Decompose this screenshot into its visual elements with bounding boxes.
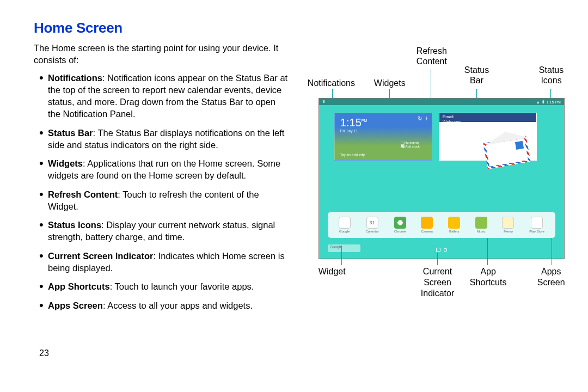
label-current-screen-indicator: Current Screen Indicator [421, 266, 454, 299]
google-search-widget: Google [328, 244, 360, 252]
home-icon [436, 248, 440, 252]
bullet-current-screen: Current Screen Indicator: Indicates whic… [48, 250, 290, 274]
label-notifications: Notifications [308, 78, 355, 88]
home-indicator [436, 248, 447, 252]
leader-line [487, 238, 488, 265]
app-google: Google [339, 217, 351, 233]
intro-text: The Home screen is the starting point fo… [34, 42, 290, 66]
download-icon: ⬇ [322, 100, 326, 104]
app-memo: Memo [502, 217, 514, 233]
battery-icon: ▮ [542, 100, 544, 104]
diagram: Notifications Widgets Refresh Content St… [302, 42, 572, 318]
body-text: The Home screen is the starting point fo… [34, 42, 290, 318]
app-music: Music [475, 217, 487, 233]
app-calendar: 31Calendar [365, 217, 378, 233]
email-widget: Email Welcome Tap to add account. [439, 113, 537, 161]
envelope-icon [483, 136, 530, 169]
leader-line [437, 253, 438, 265]
app-gallery: Gallery [448, 217, 460, 233]
bullet-apps-screen: Apps Screen: Access to all your apps and… [48, 299, 290, 311]
label-apps-screen: Apps Screen [537, 266, 565, 288]
label-app-shortcuts: App Shortcuts [470, 266, 507, 288]
app-camera: Camera [421, 217, 433, 233]
page-title: Home Screen [34, 20, 572, 36]
label-refresh-content: Refresh Content [416, 46, 447, 66]
status-bar: ⬇ ▲ ▮ 1:15 PM [319, 99, 564, 105]
bullet-widgets: Widgets: Applications that run on the Ho… [48, 157, 290, 182]
tablet-screenshot: ⬇ ▲ ▮ 1:15 PM ↻ ⁝ 1:15PM Fri July 11 ◻ N… [318, 98, 565, 259]
app-playstore: Play Store [529, 217, 544, 233]
app-dock: Google 31Calendar Chrome Camera Gallery … [328, 212, 555, 238]
wifi-icon: ▲ [536, 100, 540, 104]
label-status-bar: Status Bar [464, 65, 489, 85]
leader-line [552, 238, 552, 265]
label-status-icons: Status Icons [539, 65, 564, 85]
bullet-refresh: Refresh Content: Touch to refresh the co… [48, 188, 290, 213]
app-chrome: Chrome [394, 217, 406, 233]
label-widgets: Widgets [374, 78, 406, 88]
label-widget-bottom: Widget [318, 266, 346, 277]
widget-refresh-icon: ↻ ⁝ [418, 115, 428, 121]
clock-text: 1:15 PM [547, 100, 561, 104]
bullet-status-bar: Status Bar: The Status Bar displays noti… [48, 127, 290, 151]
bullet-status-icons: Status Icons: Display your current netwo… [48, 219, 290, 243]
bullet-app-shortcuts: App Shortcuts: Touch to launch your favo… [48, 280, 290, 292]
bullet-notifications: Notifications: Notification icons appear… [48, 72, 290, 120]
page-number: 23 [39, 348, 49, 358]
leader-line [341, 246, 342, 265]
clock-weather-widget: ↻ ⁝ 1:15PM Fri July 11 ◻ No events 📈 Add… [334, 113, 432, 161]
